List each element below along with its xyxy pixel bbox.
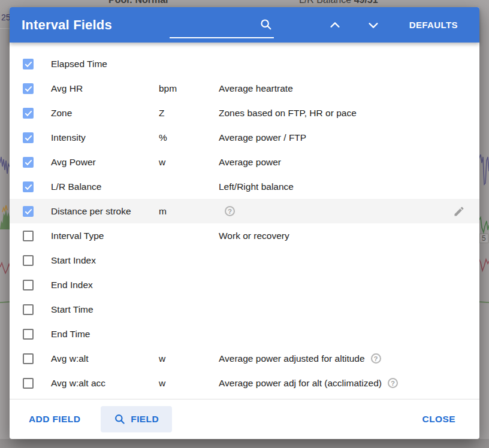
field-unit: bpm: [159, 83, 219, 94]
field-checkbox[interactable]: [23, 108, 34, 119]
dialog-footer: ADD FIELD FIELD CLOSE: [10, 399, 479, 439]
field-row[interactable]: Interval Type Work or recovery: [10, 223, 479, 248]
field-label: Avg HR: [51, 83, 159, 94]
background-pool-label: Pool: Normal: [108, 0, 168, 5]
field-row[interactable]: Distance per stroke m: [10, 199, 479, 223]
field-description: Average power adj for alt (acclimatized): [219, 378, 382, 389]
field-checkbox[interactable]: [23, 206, 34, 217]
field-description: Left/Right balance: [219, 181, 294, 192]
field-row[interactable]: Zone Z Zones based on FTP, HR or pace: [10, 101, 479, 125]
field-label: Start Time: [51, 304, 159, 315]
field-unit: w: [159, 157, 219, 168]
field-label: Distance per stroke: [51, 206, 159, 217]
field-row[interactable]: Elapsed Time: [10, 52, 479, 76]
field-unit: m: [159, 206, 219, 217]
field-label: End Index: [51, 280, 159, 290]
field-checkbox[interactable]: [23, 181, 34, 192]
field-checkbox[interactable]: [23, 132, 34, 143]
field-label: L/R Balance: [51, 181, 159, 192]
chevron-up-icon: [328, 19, 342, 32]
add-field-button[interactable]: ADD FIELD: [29, 410, 80, 428]
background-lr-balance-label: L/R Balance 49/51: [299, 0, 378, 5]
move-down-button[interactable]: [363, 14, 384, 36]
help-icon[interactable]: [371, 353, 381, 364]
search-input[interactable]: [170, 16, 253, 34]
field-list: Elapsed Time Avg HR bpm Average heartrat…: [10, 43, 479, 399]
field-checkbox[interactable]: [23, 353, 34, 364]
field-description: Average heartrate: [219, 83, 293, 94]
background-bottom-strip: [0, 439, 489, 448]
field-description: Zones based on FTP, HR or pace: [219, 108, 357, 119]
field-description: Work or recovery: [219, 231, 289, 241]
field-row[interactable]: L/R Balance Left/Right balance: [10, 174, 479, 199]
field-checkbox[interactable]: [23, 83, 34, 94]
field-label: Avg w:alt acc: [51, 378, 159, 389]
field-checkbox[interactable]: [23, 378, 34, 389]
close-button[interactable]: CLOSE: [422, 410, 455, 428]
field-label: Elapsed Time: [51, 59, 159, 69]
field-unit: Z: [159, 108, 219, 119]
field-checkbox[interactable]: [23, 59, 34, 69]
field-search-button[interactable]: FIELD: [101, 406, 172, 432]
help-icon[interactable]: [388, 378, 398, 388]
field-description: Average power: [219, 157, 281, 168]
background-chart-fragment-right: [479, 137, 489, 448]
field-row[interactable]: Start Index: [10, 248, 479, 273]
field-unit: w: [159, 353, 219, 364]
dialog-title: Interval Fields: [22, 17, 112, 33]
field-description: Average power adjusted for altitude: [219, 353, 365, 364]
field-label: Avg w:alt: [51, 353, 159, 364]
field-row[interactable]: Start Time: [10, 297, 479, 322]
field-row[interactable]: End Time: [10, 322, 479, 346]
interval-fields-dialog: Interval Fields DEFAULTS Elapsed Time: [10, 7, 479, 439]
field-label: Interval Type: [51, 231, 159, 241]
chevron-down-icon: [367, 19, 380, 32]
field-row[interactable]: Avg HR bpm Average heartrate: [10, 76, 479, 101]
defaults-button[interactable]: DEFAULTS: [408, 15, 459, 35]
field-label: Zone: [51, 108, 159, 119]
field-description: Average power / FTP: [219, 132, 306, 143]
field-unit: w: [159, 378, 219, 389]
move-up-button[interactable]: [324, 14, 346, 36]
search-icon: [114, 413, 126, 425]
field-checkbox[interactable]: [23, 255, 34, 266]
field-checkbox[interactable]: [23, 280, 34, 290]
search-field[interactable]: [170, 16, 274, 38]
field-label: Start Index: [51, 255, 159, 266]
background-chart-fragment-left: [0, 137, 10, 448]
field-row[interactable]: Avg Power w Average power: [10, 150, 479, 174]
field-label: Avg Power: [51, 157, 159, 168]
field-label: End Time: [51, 329, 159, 340]
edit-icon[interactable]: [453, 205, 465, 217]
help-icon[interactable]: [225, 206, 235, 216]
field-unit: %: [159, 132, 219, 143]
search-icon[interactable]: [259, 18, 273, 34]
field-checkbox[interactable]: [23, 157, 34, 168]
field-row[interactable]: Intensity % Average power / FTP: [10, 125, 479, 150]
field-checkbox[interactable]: [23, 304, 34, 315]
field-checkbox[interactable]: [23, 329, 34, 340]
field-label: Intensity: [51, 132, 159, 143]
field-row[interactable]: End Index: [10, 273, 479, 297]
field-row[interactable]: Avg w:alt acc w Average power adj for al…: [10, 371, 479, 395]
field-checkbox[interactable]: [23, 231, 34, 241]
background-gridline: [0, 28, 10, 29]
field-row[interactable]: Avg w:alt w Average power adjusted for a…: [10, 346, 479, 371]
dialog-header: Interval Fields DEFAULTS: [10, 7, 479, 43]
